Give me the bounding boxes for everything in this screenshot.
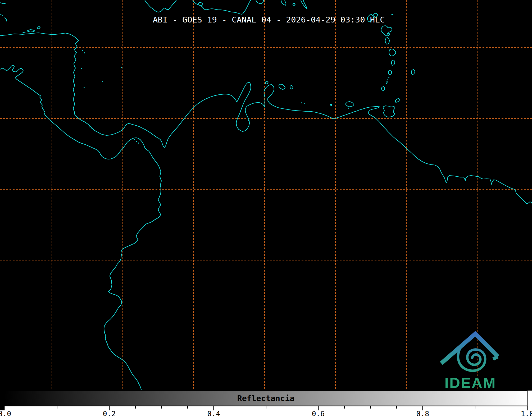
- island-dot: [84, 87, 85, 88]
- island-dot: [84, 52, 85, 53]
- island-dot: [134, 139, 135, 140]
- colorbar-tick-label: 0.0: [0, 410, 11, 417]
- island-dot: [386, 83, 387, 84]
- colorbar-tick-label: 0.6: [312, 410, 325, 417]
- island-dot: [92, 128, 93, 129]
- image-title: ABI - GOES 19 - CANAL 04 - 2026-04-29 03…: [153, 15, 385, 24]
- ideam-logo-text: IDEAM: [444, 374, 496, 391]
- colorbar-left-margin: [0, 391, 4, 410]
- colorbar-label: Reflectancia: [237, 394, 295, 403]
- colorbar-tick-label: 0.8: [416, 410, 429, 417]
- island-dot: [388, 77, 389, 78]
- goes-satellite-image: ABI - GOES 19 - CANAL 04 - 2026-04-29 03…: [0, 0, 532, 417]
- satellite-viewer: ABI - GOES 19 - CANAL 04 - 2026-04-29 03…: [0, 0, 532, 417]
- island-dot: [387, 79, 388, 80]
- island-dot: [330, 104, 332, 106]
- island-dot: [136, 141, 137, 142]
- island-dot: [81, 68, 82, 69]
- island-dot: [138, 143, 139, 144]
- island-dot: [301, 102, 302, 103]
- island-dot: [387, 81, 388, 83]
- island-dot: [304, 103, 305, 104]
- island-dot: [348, 108, 349, 109]
- colorbar-tick-label: 1.0: [521, 410, 532, 417]
- island-dot: [248, 120, 249, 121]
- island-dot: [121, 67, 122, 68]
- ideam-logo-mountain-hook-icon: [493, 357, 498, 359]
- map-background: [0, 0, 532, 391]
- colorbar-tick-label: 0.4: [207, 410, 220, 417]
- island-dot: [82, 50, 83, 51]
- island-dot: [89, 126, 90, 127]
- colorbar-tick-label: 0.2: [103, 410, 116, 417]
- island-dot: [102, 81, 103, 82]
